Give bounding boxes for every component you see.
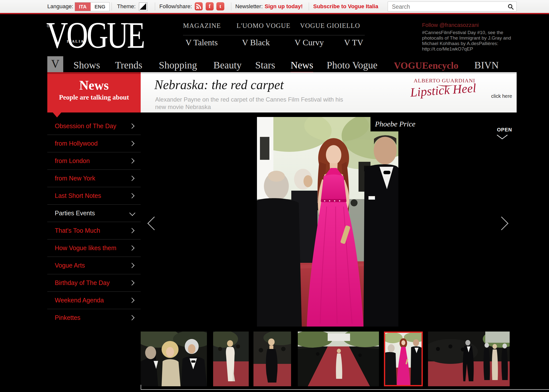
thumbnail-2[interactable]: [213, 332, 249, 386]
chevron-right-icon: [129, 158, 134, 164]
carousel-prev-arrow[interactable]: [147, 217, 161, 230]
twitter-widget: Follow @francasozzani #CannesFilmFestiva…: [422, 22, 520, 52]
theme-contrast-icon[interactable]: [139, 2, 147, 11]
nav-vogueencyclo[interactable]: VOGUEencyclo: [394, 60, 458, 71]
chevron-down-icon[interactable]: [496, 134, 508, 141]
menu-v-black[interactable]: V Black: [242, 38, 270, 47]
nav-shows[interactable]: Shows: [73, 59, 100, 71]
logo-region-label: ITALIA: [67, 39, 84, 44]
sidebar-item-obsession-of-the-day[interactable]: Obsession of The Day: [47, 117, 141, 135]
rss-icon[interactable]: [195, 2, 203, 10]
section-title: News: [47, 78, 141, 93]
divider: [309, 2, 309, 10]
accent-divider: [0, 13, 549, 14]
news-sidebar: Obsession of The Day from Hollywood from…: [47, 117, 141, 326]
search-input[interactable]: [391, 2, 502, 12]
chevron-right-icon: [129, 280, 134, 285]
language-toggle: ITA ENG: [75, 2, 110, 11]
sidebar-item-from-london[interactable]: from London: [47, 152, 141, 170]
language-eng-button[interactable]: ENG: [91, 2, 109, 11]
follow-share-label: Follow/share:: [159, 0, 192, 13]
search-icon[interactable]: [507, 3, 514, 11]
photo-caption: Phoebe Price: [370, 117, 423, 131]
sidebar-item-birthday-of-the-day[interactable]: Birthday of The Day: [47, 274, 141, 292]
vogue-italia-page: Language: ITA ENG Theme: Follow/share: f…: [0, 0, 549, 392]
menu-v-talents[interactable]: V Talents: [185, 38, 218, 47]
menu-v-curvy[interactable]: V Curvy: [295, 38, 324, 47]
nav-beauty[interactable]: Beauty: [213, 59, 242, 71]
ad-click-here-link[interactable]: click here: [491, 93, 512, 99]
nav-underline-light: [141, 72, 517, 74]
menu-magazine[interactable]: MAGAZINE: [183, 22, 221, 30]
sidebar-item-vogue-arts[interactable]: Vogue Arts: [47, 257, 141, 274]
menu-v-tv[interactable]: V TV: [344, 38, 363, 47]
newsletter-label: Newsletter:: [235, 0, 263, 13]
divider: [141, 385, 141, 390]
carousel-next-arrow[interactable]: [495, 217, 508, 230]
chevron-down-icon: [129, 210, 135, 216]
divider: [183, 35, 365, 35]
section-subtitle: People are talking about: [47, 94, 141, 101]
nav-shopping[interactable]: Shopping: [159, 59, 197, 71]
sidebar-item-pinkettes[interactable]: Pinkettes: [47, 309, 141, 326]
language-ita-button[interactable]: ITA: [75, 2, 91, 11]
sidebar-item-from-new-york[interactable]: from New York: [47, 170, 141, 187]
sidebar-item-weekend-agenda[interactable]: Weekend Agenda: [47, 292, 141, 309]
chevron-right-icon: [129, 263, 134, 268]
sidebar-item-parties-events[interactable]: Parties Events: [47, 205, 141, 222]
chevron-right-icon: [129, 193, 134, 198]
nav-trends[interactable]: Trends: [115, 59, 142, 71]
open-button[interactable]: OPEN: [497, 127, 512, 133]
article-subtitle: Alexander Payne on the red carpet of the…: [155, 96, 354, 111]
chevron-right-icon: [129, 298, 134, 303]
divider: [231, 2, 231, 10]
article-title: Nebraska: the red carpet: [154, 77, 284, 92]
facebook-icon[interactable]: f: [206, 2, 214, 10]
menu-luomo-vogue[interactable]: L'UOMO VOGUE: [237, 22, 291, 30]
vogue-logo[interactable]: VOGUE: [46, 16, 144, 54]
nav-underline-red: [47, 72, 141, 74]
article-header-panel: Nebraska: the red carpet Alexander Payne…: [141, 74, 517, 112]
section-pointer: [53, 112, 61, 117]
subscribe-link[interactable]: Subscribe to Vogue Italia: [313, 0, 378, 13]
top-utility-bar: Language: ITA ENG Theme: Follow/share: f…: [0, 0, 549, 13]
section-header-news: News People are talking about: [47, 74, 141, 112]
divider: [155, 2, 155, 10]
divider: [141, 389, 549, 390]
trademark-symbol: ®: [47, 24, 50, 28]
sidebar-item-from-hollywood[interactable]: from Hollywood: [47, 135, 141, 152]
nav-v-tab[interactable]: V: [47, 56, 63, 72]
tweet-text: #CannesFilmFestival Day #10, see the pho…: [422, 30, 520, 52]
language-label: Language:: [47, 0, 73, 13]
thumbnail-1[interactable]: [141, 332, 207, 386]
thumbnail-5-selected[interactable]: [384, 332, 423, 386]
nav-stars[interactable]: Stars: [255, 59, 275, 71]
search-box: [388, 1, 517, 11]
thumbnail-3[interactable]: [253, 332, 291, 386]
sidebar-item-how-vogue-likes-them[interactable]: How Vogue likes them: [47, 239, 141, 257]
chevron-right-icon: [129, 141, 134, 146]
chevron-right-icon: [129, 228, 134, 233]
sidebar-item-thats-too-much[interactable]: That's Too Much: [47, 222, 141, 239]
menu-vogue-gioiello[interactable]: VOGUE GIOIELLO: [300, 22, 360, 30]
chevron-right-icon: [129, 315, 134, 320]
chevron-right-icon: [129, 123, 134, 129]
thumbnail-4[interactable]: [298, 332, 379, 386]
theme-label: Theme:: [117, 0, 136, 13]
chevron-right-icon: [129, 245, 134, 251]
nav-bivn[interactable]: BIVN: [474, 59, 499, 71]
thumbnail-6[interactable]: [428, 332, 510, 386]
sidebar-item-last-short-notes[interactable]: Last Short Notes: [47, 187, 141, 205]
main-photo[interactable]: [257, 117, 398, 327]
chevron-right-icon: [129, 176, 134, 181]
nav-news[interactable]: News: [291, 59, 313, 73]
divider: [112, 2, 112, 10]
twitter-icon[interactable]: t: [216, 2, 224, 10]
nav-photo-vogue[interactable]: Photo Vogue: [327, 59, 377, 71]
newsletter-signup-link[interactable]: Sign up today!: [265, 0, 303, 13]
twitter-follow-link[interactable]: Follow @francasozzani: [422, 22, 520, 28]
